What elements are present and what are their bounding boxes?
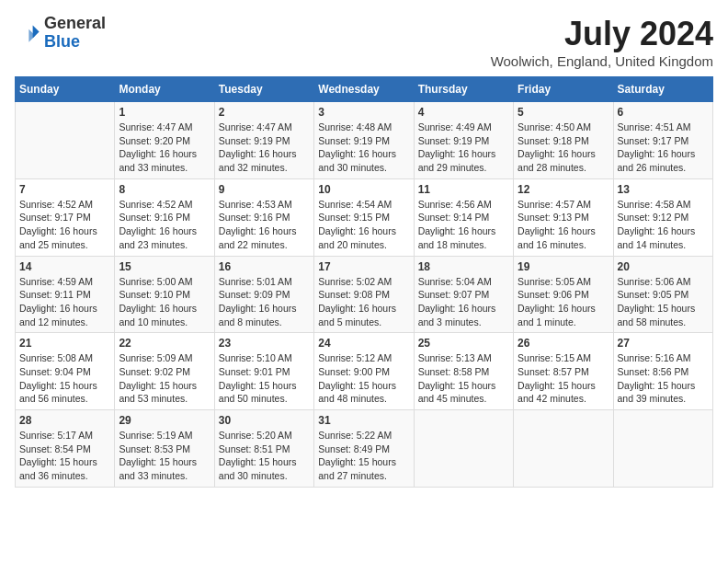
- location-title: Woolwich, England, United Kingdom: [491, 53, 713, 69]
- day-number: 22: [119, 337, 210, 350]
- day-info: Sunrise: 4:57 AM Sunset: 9:13 PM Dayligh…: [518, 198, 609, 252]
- logo: General Blue: [15, 15, 106, 52]
- calendar-cell-w2-d2: 16Sunrise: 5:01 AM Sunset: 9:09 PM Dayli…: [214, 256, 313, 333]
- day-number: 21: [19, 337, 110, 350]
- calendar-cell-w0-d3: 3Sunrise: 4:48 AM Sunset: 9:19 PM Daylig…: [314, 102, 414, 179]
- calendar-cell-w3-d5: 26Sunrise: 5:15 AM Sunset: 8:57 PM Dayli…: [514, 333, 613, 410]
- calendar-cell-w3-d6: 27Sunrise: 5:16 AM Sunset: 8:56 PM Dayli…: [613, 333, 712, 410]
- calendar-cell-w4-d1: 29Sunrise: 5:19 AM Sunset: 8:53 PM Dayli…: [115, 410, 214, 488]
- day-info: Sunrise: 5:22 AM Sunset: 8:49 PM Dayligh…: [318, 429, 409, 483]
- day-info: Sunrise: 5:08 AM Sunset: 9:04 PM Dayligh…: [19, 351, 110, 406]
- logo-general-text: General: [44, 14, 106, 32]
- day-number: 12: [518, 183, 609, 196]
- day-info: Sunrise: 4:52 AM Sunset: 9:17 PM Dayligh…: [19, 198, 110, 252]
- calendar-cell-w2-d6: 20Sunrise: 5:06 AM Sunset: 9:05 PM Dayli…: [613, 256, 712, 333]
- day-info: Sunrise: 4:52 AM Sunset: 9:16 PM Dayligh…: [119, 198, 210, 252]
- day-info: Sunrise: 5:00 AM Sunset: 9:10 PM Dayligh…: [119, 275, 210, 329]
- calendar-cell-w3-d2: 23Sunrise: 5:10 AM Sunset: 9:01 PM Dayli…: [214, 333, 313, 410]
- calendar-cell-w1-d6: 13Sunrise: 4:58 AM Sunset: 9:12 PM Dayli…: [613, 178, 712, 256]
- calendar-cell-w1-d0: 7Sunrise: 4:52 AM Sunset: 9:17 PM Daylig…: [16, 178, 115, 256]
- day-info: Sunrise: 4:59 AM Sunset: 9:11 PM Dayligh…: [19, 275, 110, 329]
- logo-icon: [15, 20, 40, 46]
- day-number: 19: [518, 260, 609, 273]
- day-info: Sunrise: 4:58 AM Sunset: 9:12 PM Dayligh…: [618, 198, 709, 252]
- day-number: 17: [318, 260, 409, 273]
- calendar-header-row: SundayMondayTuesdayWednesdayThursdayFrid…: [16, 77, 713, 102]
- day-number: 1: [119, 106, 210, 119]
- day-info: Sunrise: 5:09 AM Sunset: 9:02 PM Dayligh…: [119, 351, 210, 406]
- day-number: 27: [618, 337, 709, 350]
- calendar-cell-w4-d0: 28Sunrise: 5:17 AM Sunset: 8:54 PM Dayli…: [16, 410, 115, 488]
- calendar-cell-w2-d5: 19Sunrise: 5:05 AM Sunset: 9:06 PM Dayli…: [514, 256, 613, 333]
- header-thursday: Thursday: [414, 77, 513, 102]
- day-info: Sunrise: 5:20 AM Sunset: 8:51 PM Dayligh…: [219, 429, 310, 483]
- day-number: 29: [119, 414, 210, 427]
- calendar-cell-w1-d1: 8Sunrise: 4:52 AM Sunset: 9:16 PM Daylig…: [115, 178, 214, 256]
- day-number: 24: [318, 337, 409, 350]
- day-info: Sunrise: 5:06 AM Sunset: 9:05 PM Dayligh…: [618, 275, 709, 329]
- day-number: 7: [19, 183, 110, 196]
- day-number: 23: [219, 337, 310, 350]
- day-info: Sunrise: 5:04 AM Sunset: 9:07 PM Dayligh…: [418, 275, 509, 329]
- header-wednesday: Wednesday: [314, 77, 414, 102]
- day-number: 2: [219, 106, 310, 119]
- day-info: Sunrise: 5:19 AM Sunset: 8:53 PM Dayligh…: [119, 429, 210, 483]
- month-title: July 2024: [491, 15, 713, 53]
- day-info: Sunrise: 4:51 AM Sunset: 9:17 PM Dayligh…: [618, 121, 709, 175]
- header-monday: Monday: [115, 77, 214, 102]
- day-number: 10: [318, 183, 409, 196]
- calendar-cell-w4-d2: 30Sunrise: 5:20 AM Sunset: 8:51 PM Dayli…: [214, 410, 313, 488]
- day-number: 4: [418, 106, 509, 119]
- day-info: Sunrise: 5:12 AM Sunset: 9:00 PM Dayligh…: [318, 351, 409, 406]
- day-number: 8: [119, 183, 210, 196]
- day-info: Sunrise: 4:47 AM Sunset: 9:19 PM Dayligh…: [219, 121, 310, 175]
- calendar-cell-w0-d6: 6Sunrise: 4:51 AM Sunset: 9:17 PM Daylig…: [613, 102, 712, 179]
- day-number: 28: [19, 414, 110, 427]
- day-info: Sunrise: 4:50 AM Sunset: 9:18 PM Dayligh…: [518, 121, 609, 175]
- day-info: Sunrise: 4:53 AM Sunset: 9:16 PM Dayligh…: [219, 198, 310, 252]
- calendar-cell-w0-d0: [16, 102, 115, 179]
- calendar-week-3: 21Sunrise: 5:08 AM Sunset: 9:04 PM Dayli…: [16, 333, 713, 410]
- day-info: Sunrise: 4:47 AM Sunset: 9:20 PM Dayligh…: [119, 121, 210, 175]
- calendar-cell-w4-d4: [414, 410, 513, 488]
- day-info: Sunrise: 5:15 AM Sunset: 8:57 PM Dayligh…: [518, 351, 609, 406]
- calendar-cell-w4-d5: [514, 410, 613, 488]
- day-number: 20: [618, 260, 709, 273]
- day-info: Sunrise: 4:56 AM Sunset: 9:14 PM Dayligh…: [418, 198, 509, 252]
- header-sunday: Sunday: [16, 77, 115, 102]
- day-number: 5: [518, 106, 609, 119]
- day-info: Sunrise: 5:17 AM Sunset: 8:54 PM Dayligh…: [19, 429, 110, 483]
- day-number: 31: [318, 414, 409, 427]
- day-number: 13: [618, 183, 709, 196]
- day-number: 14: [19, 260, 110, 273]
- logo-blue-text: Blue: [44, 32, 80, 51]
- title-area: July 2024 Woolwich, England, United King…: [491, 15, 713, 69]
- day-number: 25: [418, 337, 509, 350]
- day-number: 16: [219, 260, 310, 273]
- calendar-cell-w1-d2: 9Sunrise: 4:53 AM Sunset: 9:16 PM Daylig…: [214, 178, 313, 256]
- calendar-cell-w0-d2: 2Sunrise: 4:47 AM Sunset: 9:19 PM Daylig…: [214, 102, 313, 179]
- day-number: 11: [418, 183, 509, 196]
- calendar-cell-w1-d3: 10Sunrise: 4:54 AM Sunset: 9:15 PM Dayli…: [314, 178, 414, 256]
- calendar-cell-w2-d3: 17Sunrise: 5:02 AM Sunset: 9:08 PM Dayli…: [314, 256, 414, 333]
- day-info: Sunrise: 5:02 AM Sunset: 9:08 PM Dayligh…: [318, 275, 409, 329]
- calendar-cell-w3-d1: 22Sunrise: 5:09 AM Sunset: 9:02 PM Dayli…: [115, 333, 214, 410]
- header: General Blue July 2024 Woolwich, England…: [15, 15, 713, 69]
- day-number: 26: [518, 337, 609, 350]
- calendar-cell-w0-d4: 4Sunrise: 4:49 AM Sunset: 9:19 PM Daylig…: [414, 102, 513, 179]
- day-number: 30: [219, 414, 310, 427]
- calendar-week-2: 14Sunrise: 4:59 AM Sunset: 9:11 PM Dayli…: [16, 256, 713, 333]
- day-number: 15: [119, 260, 210, 273]
- day-info: Sunrise: 4:49 AM Sunset: 9:19 PM Dayligh…: [418, 121, 509, 175]
- calendar-cell-w0-d1: 1Sunrise: 4:47 AM Sunset: 9:20 PM Daylig…: [115, 102, 214, 179]
- day-info: Sunrise: 5:05 AM Sunset: 9:06 PM Dayligh…: [518, 275, 609, 329]
- day-info: Sunrise: 4:54 AM Sunset: 9:15 PM Dayligh…: [318, 198, 409, 252]
- calendar-cell-w3-d3: 24Sunrise: 5:12 AM Sunset: 9:00 PM Dayli…: [314, 333, 414, 410]
- day-number: 3: [318, 106, 409, 119]
- header-friday: Friday: [514, 77, 613, 102]
- day-info: Sunrise: 5:13 AM Sunset: 8:58 PM Dayligh…: [418, 351, 509, 406]
- day-info: Sunrise: 5:16 AM Sunset: 8:56 PM Dayligh…: [618, 351, 709, 406]
- day-info: Sunrise: 4:48 AM Sunset: 9:19 PM Dayligh…: [318, 121, 409, 175]
- calendar-cell-w1-d5: 12Sunrise: 4:57 AM Sunset: 9:13 PM Dayli…: [514, 178, 613, 256]
- calendar-cell-w2-d1: 15Sunrise: 5:00 AM Sunset: 9:10 PM Dayli…: [115, 256, 214, 333]
